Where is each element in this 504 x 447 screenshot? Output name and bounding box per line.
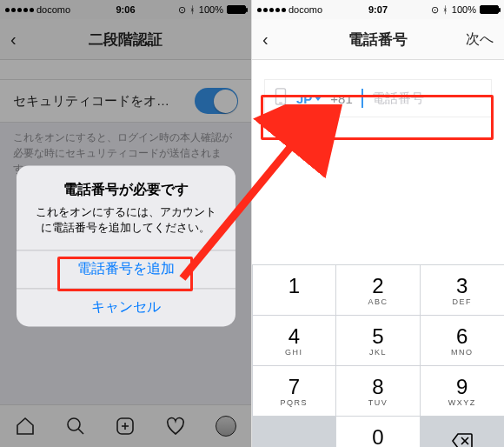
right-screen: docomo 9:07 ⊙ ᚼ 100% ‹ 電話番号 次へ xyxy=(252,0,504,447)
battery-percent: 100% xyxy=(452,4,476,15)
keypad-key-6[interactable]: 6MNO xyxy=(421,316,504,365)
phone-placeholder: 電話番号 xyxy=(372,90,424,107)
status-time: 9:07 xyxy=(368,4,388,15)
add-phone-button[interactable]: 電話番号を追加 xyxy=(17,250,235,288)
keypad-key-8[interactable]: 8TUV xyxy=(336,366,420,416)
left-screen: docomo 9:06 ⊙ ᚼ 100% ‹ 二段階認証 セキュリティコードをオ… xyxy=(0,0,252,447)
keypad-key-9[interactable]: 9WXYZ xyxy=(421,366,504,416)
next-button[interactable]: 次へ xyxy=(455,19,504,59)
alert-message: これをオンにするには、アカウントに電話番号を追加してください。 xyxy=(30,204,222,236)
keypad-delete[interactable] xyxy=(421,417,504,448)
numeric-keypad: 1 2ABC3DEF4GHI5JKL6MNO7PQRS8TUV9WXYZ0 xyxy=(252,264,504,447)
keypad-key-4[interactable]: 4GHI xyxy=(253,316,336,365)
chevron-left-icon: ‹ xyxy=(262,30,269,50)
country-code-selector[interactable]: JP xyxy=(296,91,322,106)
keypad-key-7[interactable]: 7PQRS xyxy=(253,366,336,416)
phone-icon xyxy=(274,87,288,110)
nav-bar: ‹ 電話番号 次へ xyxy=(252,19,504,60)
bluetooth-icon: ᚼ xyxy=(442,4,448,15)
keypad-key-2[interactable]: 2ABC xyxy=(336,265,420,315)
alert-title: 電話番号が必要です xyxy=(30,181,222,199)
text-cursor xyxy=(361,89,363,108)
content: JP +81 電話番号 1 2ABC3DEF4GHI5JKL6MNO7PQRS8… xyxy=(252,79,504,447)
keypad-blank xyxy=(253,417,336,448)
keypad-key-1[interactable]: 1 xyxy=(253,265,336,315)
dial-prefix: +81 xyxy=(330,91,352,106)
keypad-key-5[interactable]: 5JKL xyxy=(336,316,420,365)
battery-icon xyxy=(480,5,499,14)
phone-required-alert: 電話番号が必要です これをオンにするには、アカウントに電話番号を追加してください… xyxy=(17,165,235,326)
keypad-key-3[interactable]: 3DEF xyxy=(421,265,504,315)
backspace-icon xyxy=(451,432,474,447)
chevron-down-icon xyxy=(315,97,322,101)
alarm-icon: ⊙ xyxy=(431,4,439,16)
keypad-key-0[interactable]: 0 xyxy=(336,417,420,448)
carrier-label: docomo xyxy=(288,4,322,15)
back-button[interactable]: ‹ xyxy=(252,19,279,59)
nav-title: 電話番号 xyxy=(348,30,408,50)
phone-number-field[interactable]: JP +81 電話番号 xyxy=(264,79,492,117)
svg-rect-5 xyxy=(276,89,286,104)
cancel-button[interactable]: キャンセル xyxy=(17,288,235,326)
status-bar: docomo 9:07 ⊙ ᚼ 100% xyxy=(252,0,504,19)
